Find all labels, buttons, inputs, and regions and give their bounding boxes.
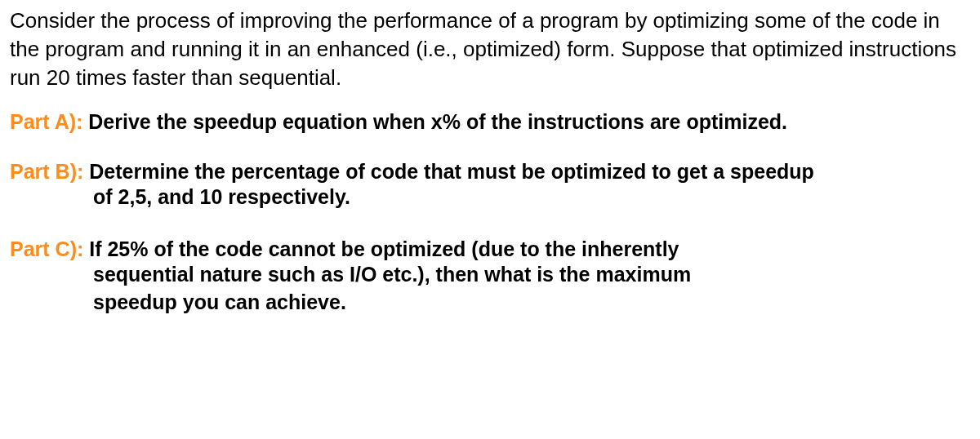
- part-a-text: Derive the speedup equation when x% of t…: [88, 110, 787, 133]
- part-c: Part C): If 25% of the code cannot be op…: [10, 237, 970, 317]
- part-b-continuation: of 2,5, and 10 respectively.: [10, 184, 970, 211]
- part-b-text: Determine the percentage of code that mu…: [89, 160, 814, 183]
- part-c-text: If 25% of the code cannot be optimized (…: [89, 237, 679, 260]
- part-a-label: Part A):: [10, 110, 88, 133]
- part-c-label: Part C):: [10, 237, 89, 260]
- part-b-label: Part B):: [10, 160, 89, 183]
- part-b: Part B): Determine the percentage of cod…: [10, 160, 970, 211]
- intro-paragraph: Consider the process of improving the pe…: [10, 7, 970, 92]
- document-content: Consider the process of improving the pe…: [10, 7, 970, 317]
- part-c-continuation-2: speedup you can achieve.: [10, 289, 970, 317]
- part-c-continuation-1: sequential nature such as I/O etc.), the…: [10, 261, 970, 289]
- part-a: Part A): Derive the speedup equation whe…: [10, 110, 970, 134]
